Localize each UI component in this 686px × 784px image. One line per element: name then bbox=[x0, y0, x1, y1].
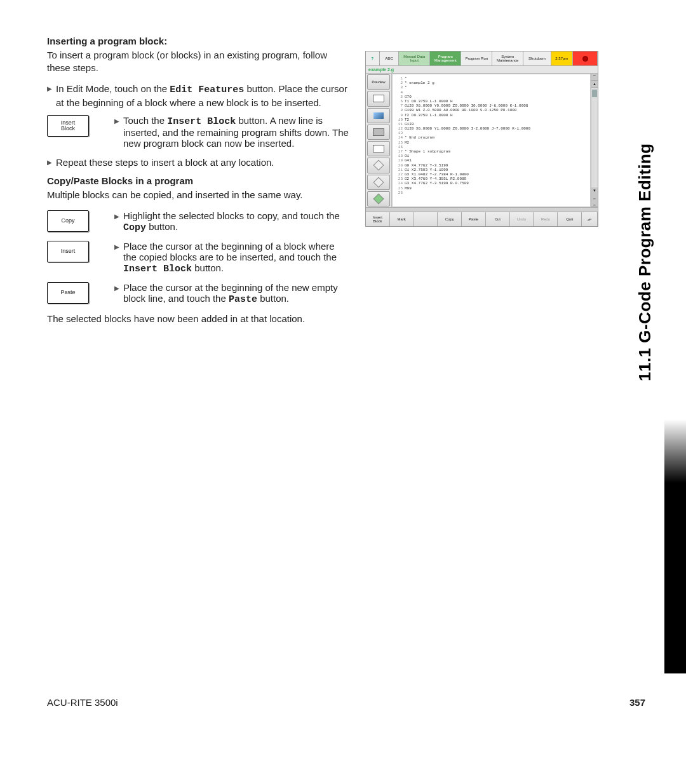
triangle-icon: ▶ bbox=[114, 282, 123, 295]
txt: Place the cursor at the beginning of a b… bbox=[123, 241, 337, 262]
scroll-up-icon[interactable]: ▲ bbox=[591, 81, 598, 88]
screenshot-program-editor: ? ABC Manual Data Input Program Manageme… bbox=[365, 51, 598, 227]
softkey-insert-block[interactable]: Insert Block bbox=[366, 212, 390, 226]
scroll-top-icon[interactable]: ⎺ bbox=[591, 74, 598, 81]
thumb-index-gradient bbox=[664, 419, 686, 483]
bullet-edit-features: ▶ In Edit Mode, touch on the Edit Featur… bbox=[47, 83, 349, 109]
mono-insert-block-2: Insert Block bbox=[123, 264, 192, 274]
key-copy[interactable]: Copy bbox=[47, 210, 89, 232]
menu-shutdown[interactable]: Shutdown bbox=[523, 51, 551, 65]
softkey-redo[interactable]: Redo bbox=[534, 212, 558, 226]
clock-time: 2:37pm bbox=[551, 51, 573, 65]
scrollbar[interactable]: ⎺ ▲ ▼ ⎯ ⎯ bbox=[591, 74, 598, 207]
softkey-cut[interactable]: Cut bbox=[486, 212, 510, 226]
scroll-bottom-icon[interactable]: ⎯ bbox=[591, 200, 598, 207]
mono-paste: Paste bbox=[229, 294, 257, 305]
triangle-icon: ▶ bbox=[114, 210, 123, 223]
side-icon-6[interactable] bbox=[367, 175, 390, 190]
softkey-paste[interactable]: Paste bbox=[462, 212, 486, 226]
txt: In Edit Mode, touch on the bbox=[56, 83, 170, 94]
para-copypaste-intro: Multiple blocks can be copied, and inser… bbox=[47, 189, 349, 201]
softkey-quit[interactable]: Quit bbox=[558, 212, 582, 226]
softkey-blank[interactable] bbox=[414, 212, 438, 226]
code-editor[interactable]: 1* 2* example 2 g 3* 4 5G70 6T1 D0.3750 … bbox=[392, 74, 591, 207]
side-icon-7[interactable] bbox=[367, 191, 390, 206]
softkey-bar: Insert Block Mark Copy Paste Cut Undo Re… bbox=[366, 212, 598, 226]
split-bar bbox=[366, 207, 598, 212]
menubar: ? ABC Manual Data Input Program Manageme… bbox=[366, 51, 598, 66]
preview-button[interactable]: Preview bbox=[367, 74, 390, 90]
preview-sidebar: Preview bbox=[366, 74, 392, 207]
mono-copy: Copy bbox=[123, 222, 146, 233]
txt: Touch the bbox=[123, 115, 167, 126]
scroll-thumb[interactable] bbox=[592, 90, 597, 97]
triangle-icon: ▶ bbox=[47, 83, 56, 109]
closing-line: The selected blocks have now been added … bbox=[47, 313, 349, 325]
footer-model: ACU-RITE 3500i bbox=[47, 697, 118, 708]
menu-system-maintenance[interactable]: System Maintenance bbox=[492, 51, 523, 65]
side-icon-5[interactable] bbox=[367, 158, 390, 173]
side-icon-2[interactable] bbox=[367, 108, 390, 123]
txt: button. bbox=[257, 293, 289, 304]
triangle-icon: ▶ bbox=[114, 115, 123, 128]
softkey-mark[interactable]: Mark bbox=[390, 212, 414, 226]
softkey-more-icon[interactable]: ☍ bbox=[582, 212, 598, 226]
mono-insert-block: Insert Block bbox=[167, 116, 236, 127]
mono-edit-features: Edit Features bbox=[170, 84, 244, 95]
para-insert-intro: To insert a program block (or blocks) in… bbox=[47, 49, 349, 74]
menu-abc[interactable]: ABC bbox=[380, 51, 400, 65]
key-paste[interactable]: Paste bbox=[47, 282, 89, 304]
txt: Highlight the selected blocks to copy, a… bbox=[123, 210, 340, 221]
thumb-index-black bbox=[664, 483, 686, 673]
side-icon-3[interactable] bbox=[367, 125, 390, 140]
menu-program-management[interactable]: Program Management bbox=[430, 51, 461, 65]
section-side-title: 11.1 G-Code Program Editing bbox=[635, 25, 653, 381]
triangle-icon: ▶ bbox=[114, 241, 123, 253]
txt: button. bbox=[146, 221, 178, 232]
help-icon[interactable]: ? bbox=[366, 51, 380, 65]
status-indicator-icon bbox=[573, 51, 598, 65]
triangle-icon: ▶ bbox=[47, 156, 56, 169]
side-icon-1[interactable] bbox=[367, 91, 390, 106]
menu-program-run[interactable]: Program Run bbox=[461, 51, 492, 65]
txt: Repeat these steps to insert a block at … bbox=[56, 156, 349, 169]
menu-mdi[interactable]: Manual Data Input bbox=[399, 51, 430, 65]
page-number: 357 bbox=[629, 697, 645, 708]
heading-inserting: Inserting a program block: bbox=[47, 36, 349, 46]
txt: button. bbox=[192, 262, 224, 273]
bullet-repeat: ▶ Repeat these steps to insert a block a… bbox=[47, 156, 349, 169]
program-filename: example 2.g bbox=[366, 66, 598, 74]
softkey-undo[interactable]: Undo bbox=[510, 212, 534, 226]
key-insert[interactable]: Insert bbox=[47, 241, 89, 262]
side-icon-4[interactable] bbox=[367, 141, 390, 156]
key-insert-block[interactable]: Insert Block bbox=[47, 115, 89, 137]
softkey-copy[interactable]: Copy bbox=[438, 212, 462, 226]
heading-copypaste: Copy/Paste Blocks in a program bbox=[47, 175, 349, 186]
